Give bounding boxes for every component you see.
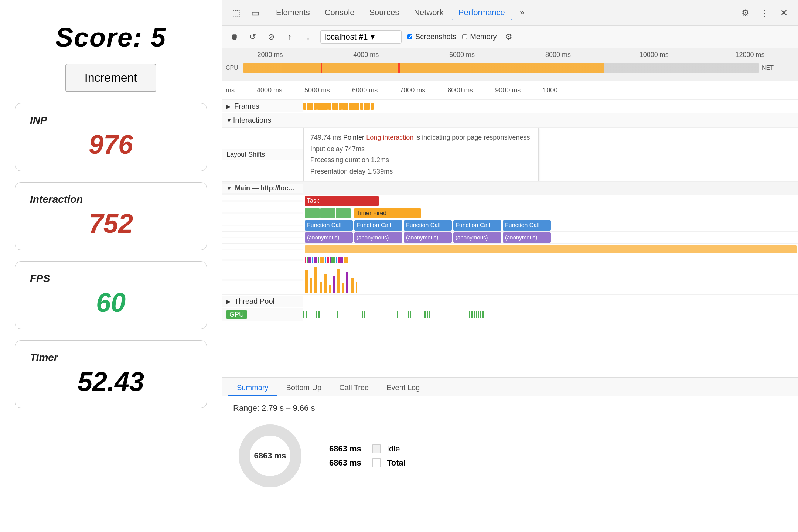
- gpu-bar-1: [303, 311, 304, 318]
- gpu-bar-4: [318, 311, 320, 318]
- anon-block-2[interactable]: (anonymous): [354, 232, 402, 243]
- tab-performance[interactable]: Performance: [452, 6, 512, 20]
- ruler-10000: 10000 ms: [606, 51, 702, 59]
- layout-shifts-row: Layout Shifts 749.74 ms Pointer Long int…: [222, 128, 798, 181]
- record-button[interactable]: ⏺: [228, 31, 241, 43]
- tracks-area[interactable]: ▶ Frames: [222, 100, 798, 377]
- main-section-label: ▼ Main — http://localhost:5: [222, 184, 303, 193]
- fc-block-5[interactable]: Function Call: [503, 220, 551, 231]
- timer-fired-label: [222, 212, 303, 214]
- interaction-card: Interaction 752: [15, 182, 207, 250]
- green-block-2: [320, 208, 335, 218]
- fc-block-1[interactable]: Function Call: [305, 220, 353, 231]
- tiny-bar-10: [330, 257, 331, 263]
- upload-button[interactable]: ↑: [283, 31, 296, 43]
- anon-block-4[interactable]: (anonymous): [453, 232, 501, 243]
- url-bar: localhost #1 ▾: [320, 30, 402, 44]
- legend-total: 6863 ms Total: [329, 458, 406, 468]
- left-panel: Score: 5 Increment INP 976 Interaction 7…: [0, 0, 222, 532]
- gpu-bar-8: [397, 311, 398, 318]
- devtools-icon-group: ⬚ ▭: [229, 6, 262, 20]
- devtools-topbar: ⬚ ▭ Elements Console Sources Network Per…: [222, 0, 798, 26]
- frames-track: ▶ Frames: [222, 100, 798, 113]
- tiny-bar-7: [320, 257, 324, 263]
- thread-pool-row: ▶ Thread Pool: [222, 295, 798, 308]
- popup-input-delay: Input delay 747ms: [310, 145, 365, 153]
- screenshots-checkbox[interactable]: [407, 34, 412, 39]
- popup-processing-duration: Processing duration 1.2ms: [310, 156, 389, 164]
- inspect-icon[interactable]: ⬚: [229, 6, 243, 20]
- increment-button[interactable]: Increment: [65, 64, 156, 92]
- tab-sources[interactable]: Sources: [362, 6, 406, 20]
- tab-more[interactable]: »: [513, 6, 531, 20]
- timer-label: Timer: [30, 352, 192, 364]
- range-text: Range: 2.79 s – 9.66 s: [233, 403, 787, 413]
- layout-shifts-content: 749.74 ms Pointer Long interaction is in…: [303, 128, 798, 181]
- dense-content-1: [303, 256, 798, 264]
- task-block[interactable]: Task: [305, 196, 379, 206]
- tab-event-log[interactable]: Event Log: [378, 381, 429, 396]
- legend-total-label: Total: [387, 458, 406, 468]
- ycol-9: [342, 283, 344, 293]
- ycol-6: [329, 285, 331, 293]
- more-icon[interactable]: ⋮: [758, 6, 771, 20]
- tiny-bar-11: [331, 257, 335, 263]
- ruler-2000: 2000 ms: [222, 51, 318, 59]
- fc-block-3[interactable]: Function Call: [404, 220, 452, 231]
- device-icon[interactable]: ▭: [249, 6, 262, 20]
- more-settings-icon[interactable]: ⚙: [502, 31, 515, 43]
- memory-checkbox-group: Memory: [462, 33, 497, 41]
- inp-label: INP: [30, 115, 192, 126]
- fps-label: FPS: [30, 273, 192, 284]
- interaction-value: 752: [30, 208, 192, 239]
- ruler-6000: 6000 ms: [414, 51, 510, 59]
- anon-block-1[interactable]: (anonymous): [305, 232, 353, 243]
- timeline-ruler-secondary: ms 4000 ms 5000 ms 6000 ms 7000 ms 8000 …: [222, 81, 798, 100]
- screenshots-label: Screenshots: [415, 33, 456, 41]
- fc-block-2[interactable]: Function Call: [354, 220, 402, 231]
- url-dropdown-icon[interactable]: ▾: [371, 32, 375, 42]
- dense-label-1: [222, 259, 303, 261]
- gpu-row: GPU: [222, 308, 798, 321]
- ruler-labels-top: 2000 ms 4000 ms 6000 ms 8000 ms 10000 ms…: [222, 51, 798, 59]
- ruler-8000: 8000 ms: [510, 51, 606, 59]
- download-button[interactable]: ↓: [302, 31, 314, 43]
- tab-network[interactable]: Network: [407, 6, 450, 20]
- anonymous-row: (anonymous) (anonymous) (anonymous) (ano…: [222, 232, 798, 244]
- interactions-section: ▼ Interactions Layout Shifts 749.74 ms: [222, 113, 798, 182]
- settings-icon[interactable]: ⚙: [739, 6, 752, 20]
- tab-elements[interactable]: Elements: [269, 6, 317, 20]
- tab-summary[interactable]: Summary: [228, 381, 277, 396]
- ycol-8: [337, 269, 340, 293]
- fc-content-1: Function Call Function Call Function Cal…: [303, 219, 798, 231]
- layout-shifts-section: Layout Shifts 749.74 ms Pointer Long int…: [222, 128, 798, 181]
- fc-block-4[interactable]: Function Call: [453, 220, 501, 231]
- memory-checkbox[interactable]: [462, 34, 467, 39]
- tab-call-tree[interactable]: Call Tree: [330, 381, 378, 396]
- tab-bottom-up[interactable]: Bottom-Up: [277, 381, 331, 396]
- screenshots-checkbox-group: Screenshots: [407, 33, 456, 41]
- fps-card: FPS 60: [15, 261, 207, 329]
- frames-bars: [303, 103, 374, 110]
- tab-console[interactable]: Console: [318, 6, 361, 20]
- reload-button[interactable]: ↺: [246, 31, 259, 43]
- devtools-settings-icons: ⚙ ⋮ ✕: [739, 6, 791, 20]
- close-icon[interactable]: ✕: [777, 6, 791, 20]
- tick-4000: 4000 ms: [257, 86, 282, 94]
- devtools-toolbar: ⏺ ↺ ⊘ ↑ ↓ localhost #1 ▾ Screenshots Mem…: [222, 26, 798, 48]
- task-content: Task: [303, 195, 798, 207]
- long-interaction-link[interactable]: Long interaction: [366, 134, 413, 141]
- donut-chart: 6863 ms: [233, 419, 307, 493]
- tick-7000: 7000 ms: [400, 86, 425, 94]
- gpu-bar-17: [476, 311, 477, 318]
- gpu-label: GPU: [222, 308, 303, 321]
- tiny-bar-2: [307, 257, 308, 263]
- ycol-7: [333, 276, 335, 293]
- clear-button[interactable]: ⊘: [265, 31, 277, 43]
- anon-block-3[interactable]: (anonymous): [404, 232, 452, 243]
- timer-fired-block[interactable]: Timer Fired: [354, 208, 421, 218]
- anon-block-5[interactable]: (anonymous): [503, 232, 551, 243]
- fc-label-1: [222, 225, 303, 226]
- tiny-bar-9: [327, 257, 329, 263]
- interactions-header: ▼ Interactions: [222, 113, 798, 128]
